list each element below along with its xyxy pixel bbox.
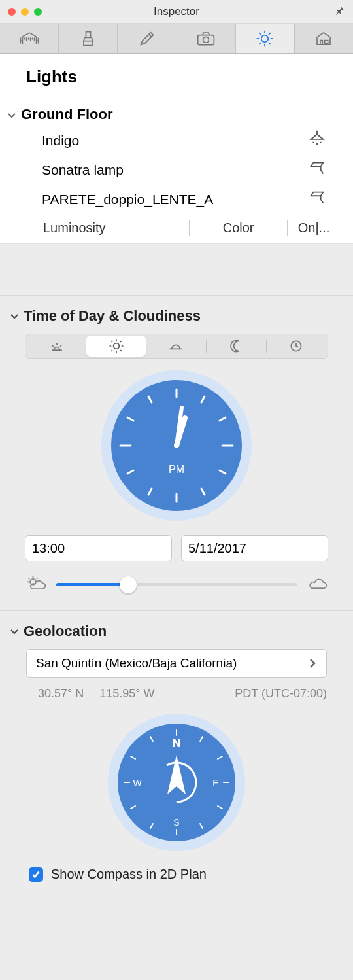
sun-cloud-icon: [25, 574, 47, 595]
svg-line-12: [201, 489, 205, 495]
svg-text:E: E: [212, 778, 218, 788]
list-item[interactable]: Sonatra lamp: [0, 155, 353, 184]
tab-measure[interactable]: [0, 24, 59, 53]
preset-night[interactable]: [207, 336, 266, 357]
svg-line-31: [131, 806, 135, 809]
svg-line-9: [201, 396, 205, 402]
slider-track[interactable]: [56, 583, 297, 586]
titlebar: Inspector: [0, 0, 353, 24]
tab-camera[interactable]: [177, 24, 236, 53]
list-item[interactable]: Indigo: [0, 126, 353, 155]
show-compass-label: Show Compass in 2D Plan: [51, 867, 207, 882]
geolocation-panel: Geolocation San Quintín (Mexico/Baja Cal…: [0, 610, 353, 898]
svg-text:PM: PM: [169, 464, 184, 475]
timezone-label: PDT (UTC-07:00): [235, 687, 327, 701]
page-title: Lights: [0, 54, 353, 99]
preset-custom-time[interactable]: [267, 336, 326, 357]
panel-title: Time of Day & Cloudiness: [24, 307, 201, 324]
show-compass-checkbox[interactable]: [29, 867, 43, 882]
time-input[interactable]: ▲ ▼: [25, 535, 172, 561]
svg-line-32: [131, 756, 135, 759]
svg-line-16: [148, 396, 152, 402]
light-name: Indigo: [42, 133, 307, 149]
tab-edit[interactable]: [118, 24, 176, 53]
light-name: Sonatra lamp: [42, 162, 307, 178]
inspector-tabbar: [0, 24, 353, 54]
svg-line-29: [200, 824, 203, 828]
coordinates-row: 30.57° N 115.95° W PDT (UTC-07:00): [38, 687, 327, 701]
svg-line-15: [127, 417, 133, 421]
svg-line-33: [150, 737, 153, 741]
svg-line-10: [220, 417, 226, 421]
longitude-label: 115.95° W: [99, 687, 154, 701]
svg-point-2: [261, 35, 269, 42]
spacer: [0, 244, 353, 295]
compass-widget[interactable]: N E S W: [9, 714, 344, 851]
time-of-day-panel: Time of Day & Cloudiness: [0, 295, 353, 610]
clock-widget[interactable]: PM: [9, 370, 344, 521]
cloud-icon: [306, 575, 328, 594]
clock-face-icon: PM: [111, 380, 242, 511]
window-title: Inspector: [0, 5, 353, 18]
location-selector[interactable]: San Quintín (Mexico/Baja California): [26, 649, 327, 678]
svg-line-11: [220, 470, 226, 474]
svg-line-14: [127, 470, 133, 474]
ceiling-light-icon: [307, 130, 327, 151]
panel-title: Geolocation: [24, 623, 107, 640]
show-compass-checkbox-row[interactable]: Show Compass in 2D Plan: [29, 867, 344, 882]
time-field[interactable]: [25, 536, 172, 561]
column-color[interactable]: Color: [190, 220, 288, 236]
slider-thumb[interactable]: [120, 576, 137, 593]
wall-light-icon: [307, 188, 327, 210]
wall-light-icon: [307, 159, 327, 181]
lights-columns-header: Luminosity Color On|...: [0, 214, 353, 243]
chevron-down-icon: [7, 110, 17, 120]
svg-line-28: [218, 806, 222, 809]
svg-line-13: [148, 489, 152, 495]
svg-point-1: [203, 37, 209, 43]
preset-morning[interactable]: [27, 336, 86, 357]
tab-lights[interactable]: [236, 24, 295, 53]
list-item[interactable]: PARETE_doppio_LENTE_A: [0, 184, 353, 214]
column-on[interactable]: On|...: [288, 220, 340, 236]
lights-list: Ground Floor Indigo Sonatra lamp PARETE_…: [0, 99, 353, 244]
time-presets-segment: [25, 334, 328, 359]
svg-line-30: [150, 824, 153, 828]
svg-point-3: [113, 343, 119, 349]
svg-text:W: W: [133, 778, 142, 788]
svg-point-19: [174, 443, 179, 448]
date-field[interactable]: [182, 536, 328, 561]
light-name: PARETE_doppio_LENTE_A: [42, 192, 307, 207]
latitude-label: 30.57° N: [38, 687, 84, 701]
chevron-right-icon: [308, 657, 317, 669]
tab-brush[interactable]: [59, 24, 118, 53]
group-name: Ground Floor: [21, 106, 113, 123]
date-input[interactable]: ▲ ▼: [181, 535, 328, 561]
panel-header[interactable]: Geolocation: [9, 623, 344, 640]
svg-text:S: S: [173, 817, 179, 828]
compass-face-icon: N E S W: [118, 724, 235, 841]
svg-line-27: [218, 756, 222, 759]
column-luminosity[interactable]: Luminosity: [43, 220, 190, 236]
preset-day[interactable]: [86, 336, 146, 357]
chevron-down-icon: [9, 311, 20, 321]
svg-text:N: N: [173, 737, 181, 750]
group-header[interactable]: Ground Floor: [0, 99, 353, 126]
time-date-inputs: ▲ ▼ ▲ ▼: [25, 535, 328, 561]
location-name: San Quintín (Mexico/Baja California): [36, 656, 308, 671]
panel-header[interactable]: Time of Day & Cloudiness: [9, 307, 344, 324]
tab-building[interactable]: [295, 24, 353, 53]
svg-line-26: [200, 737, 203, 741]
cloudiness-slider: [25, 574, 328, 595]
preset-evening[interactable]: [146, 336, 205, 357]
chevron-down-icon: [9, 626, 20, 637]
